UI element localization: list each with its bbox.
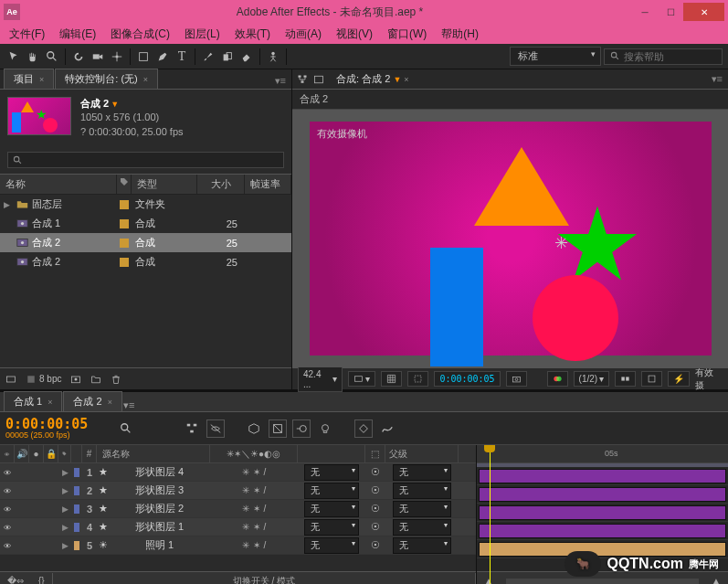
zoom-dropdown[interactable]: 42.4 ... ▾ xyxy=(298,366,343,392)
label-swatch[interactable] xyxy=(120,239,129,248)
expand-layer-icon[interactable]: ▶ xyxy=(58,523,71,532)
layer-label-swatch[interactable] xyxy=(71,504,82,514)
star-shape[interactable] xyxy=(556,202,638,284)
selection-tool-icon[interactable] xyxy=(5,48,22,65)
grid-toggle-icon[interactable] xyxy=(381,371,402,387)
col-lock-icon[interactable]: 🔒 xyxy=(44,445,58,462)
close-icon[interactable]: × xyxy=(47,398,52,407)
track-matte-toggle[interactable]: ☉ xyxy=(365,466,385,478)
pixel-aspect-icon[interactable] xyxy=(641,371,662,387)
comp-thumbnail[interactable]: ★ xyxy=(7,97,71,135)
col-trackmatte-icon[interactable]: ⬚ xyxy=(365,445,385,462)
text-tool-icon[interactable]: T xyxy=(174,48,190,65)
comp-flowchart-icon[interactable] xyxy=(296,73,309,86)
help-search-input[interactable] xyxy=(624,51,715,62)
col-audio-icon[interactable]: 🔊 xyxy=(15,445,29,462)
workspace-dropdown[interactable]: 标准 xyxy=(510,47,601,66)
comp-mini-flowchart-icon[interactable] xyxy=(183,419,201,438)
brush-tool-icon[interactable] xyxy=(200,48,216,65)
close-icon[interactable]: × xyxy=(108,398,112,407)
layer-switches[interactable]: ✳✶/ xyxy=(210,467,298,477)
col-size[interactable]: 大小 xyxy=(197,175,245,194)
col-name[interactable]: 名称 xyxy=(0,175,117,194)
comp-icon[interactable] xyxy=(312,73,325,86)
interpret-footage-icon[interactable] xyxy=(5,374,16,385)
col-switches[interactable]: ✳✶＼☀●◐◎ xyxy=(210,445,298,462)
label-swatch[interactable] xyxy=(120,219,129,228)
hand-tool-icon[interactable] xyxy=(25,48,41,65)
expand-layer-icon[interactable]: ▶ xyxy=(58,541,71,550)
tab-effect-controls[interactable]: 特效控制台: (无)× xyxy=(55,69,158,89)
layer-row[interactable]: ▶1★形状图层 4✳✶/无☉无 xyxy=(0,463,476,482)
menu-file[interactable]: 文件(F) xyxy=(4,25,50,44)
menu-layer[interactable]: 图层(L) xyxy=(179,25,226,44)
brainstorm-icon[interactable] xyxy=(316,419,334,438)
draft3d-icon[interactable] xyxy=(245,419,263,438)
menu-composition[interactable]: 图像合成(C) xyxy=(105,25,175,44)
col-solo-icon[interactable]: ● xyxy=(29,445,44,462)
anchor-tool-icon[interactable] xyxy=(109,48,125,65)
col-visibility-icon[interactable] xyxy=(0,445,15,462)
bpc-button[interactable]: 8 bpc xyxy=(26,374,61,385)
playhead-grip-icon[interactable] xyxy=(484,445,495,452)
visibility-toggle-icon[interactable] xyxy=(0,504,15,515)
views-dropdown[interactable]: (1/2) ▾ xyxy=(574,371,610,387)
panel-menu-icon[interactable]: ▾≡ xyxy=(123,399,134,411)
rotate-tool-icon[interactable] xyxy=(70,48,87,65)
layer-name[interactable]: 形状图层 2 xyxy=(110,502,210,515)
new-folder-icon[interactable] xyxy=(90,374,101,385)
tab-project[interactable]: 项目× xyxy=(4,69,54,89)
frame-blend-icon[interactable] xyxy=(269,419,287,438)
track-matte-toggle[interactable]: ☉ xyxy=(365,539,385,551)
menu-help[interactable]: 帮助(H) xyxy=(436,25,484,44)
minimize-button[interactable]: ─ xyxy=(632,3,658,21)
timeline-ruler[interactable]: 05s xyxy=(477,445,728,463)
panel-menu-icon[interactable]: ▾≡ xyxy=(269,73,291,89)
close-icon[interactable]: × xyxy=(39,75,44,84)
triangle-shape[interactable] xyxy=(474,147,569,226)
menu-view[interactable]: 视图(V) xyxy=(331,25,378,44)
visibility-toggle-icon[interactable] xyxy=(0,467,15,478)
comp-breadcrumb[interactable]: 合成 2 xyxy=(292,90,728,110)
chevron-down-icon[interactable]: ▼ xyxy=(111,100,119,109)
col-framerate[interactable]: 帧速率 xyxy=(245,175,291,194)
layer-label-swatch[interactable] xyxy=(71,523,82,532)
layer-duration-bar[interactable] xyxy=(479,505,726,520)
parent-dropdown[interactable]: 无 xyxy=(385,464,459,481)
blend-mode-dropdown[interactable]: 无 xyxy=(298,464,365,481)
label-swatch[interactable] xyxy=(120,258,129,267)
timeline-tab-1[interactable]: 合成 1× xyxy=(4,391,62,411)
timeline-timecode[interactable]: 0:00:00:05 xyxy=(5,418,88,431)
layer-row[interactable]: ▶3★形状图层 2✳✶/无☉无 xyxy=(0,500,476,518)
viewer-timecode[interactable]: 0:00:00:05 xyxy=(434,371,500,387)
project-item[interactable]: 合成 2合成25 xyxy=(0,233,291,252)
expand-icon[interactable]: {} xyxy=(31,576,52,584)
zoom-tool-icon[interactable] xyxy=(44,48,60,65)
layer-bar-row[interactable] xyxy=(477,522,728,540)
toggle-switches-icon[interactable]: �⇔ xyxy=(0,576,31,584)
maximize-button[interactable]: ☐ xyxy=(658,3,683,21)
snapshot-icon[interactable] xyxy=(506,371,527,387)
layer-row[interactable]: ▶2★形状图层 3✳✶/无☉无 xyxy=(0,482,476,500)
circle-shape[interactable] xyxy=(533,275,618,361)
visibility-toggle-icon[interactable] xyxy=(0,540,15,551)
project-item-list[interactable]: ▶固态层文件夹合成 1合成25合成 2合成25合成 2合成25 xyxy=(0,195,291,367)
viewer-tab[interactable]: 合成: 合成 2 ▼ × xyxy=(329,70,417,88)
playhead[interactable] xyxy=(490,445,491,584)
project-item[interactable]: 合成 1合成25 xyxy=(0,214,291,233)
layer-duration-bar[interactable] xyxy=(479,487,726,502)
layer-switches[interactable]: ✳✶/ xyxy=(210,504,298,514)
layer-bar-row[interactable] xyxy=(477,504,728,522)
parent-dropdown[interactable]: 无 xyxy=(385,483,459,499)
timeline-tab-2[interactable]: 合成 2× xyxy=(63,391,121,411)
composition-canvas[interactable]: 有效摄像机 ✳ xyxy=(310,122,712,356)
help-search[interactable] xyxy=(604,48,723,65)
eraser-tool-icon[interactable] xyxy=(238,48,255,65)
rectangle-shape[interactable] xyxy=(430,248,483,366)
blend-mode-dropdown[interactable]: 无 xyxy=(298,537,365,554)
track-matte-toggle[interactable]: ☉ xyxy=(365,484,385,496)
puppet-tool-icon[interactable] xyxy=(265,48,281,65)
mask-toggle-icon[interactable] xyxy=(407,371,428,387)
blend-mode-dropdown[interactable]: 无 xyxy=(298,501,365,517)
motion-blur-icon[interactable] xyxy=(292,419,311,438)
